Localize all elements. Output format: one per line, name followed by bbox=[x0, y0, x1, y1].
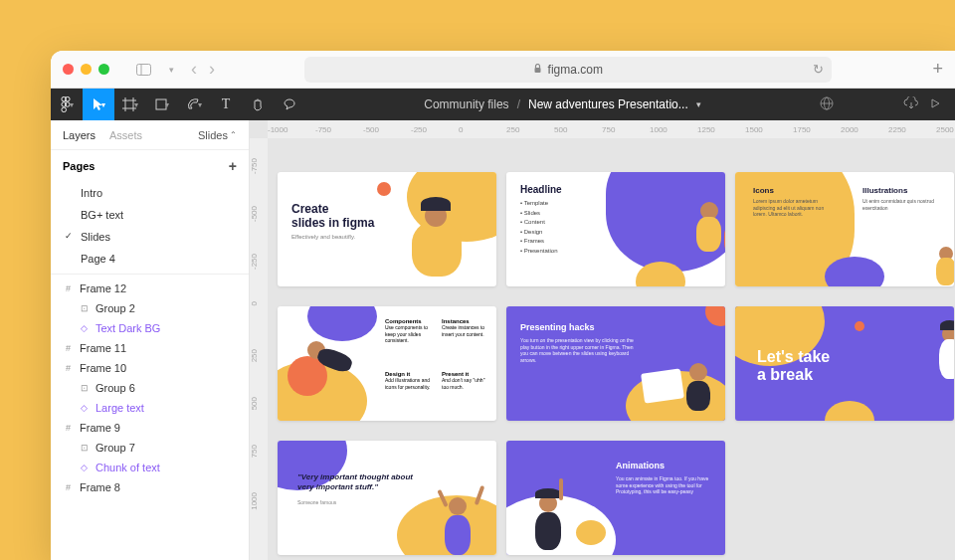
tab-slides[interactable]: Slides⌃ bbox=[198, 129, 237, 141]
frame-10[interactable]: Frame 10 Let's take a break bbox=[735, 306, 954, 421]
frame-tool[interactable]: ▾ bbox=[114, 89, 146, 120]
toolbar-right bbox=[820, 96, 955, 113]
svg-rect-0 bbox=[136, 64, 150, 75]
frame-icon: # bbox=[63, 423, 74, 434]
refresh-icon[interactable]: ↻ bbox=[813, 62, 824, 77]
page-item-bgtext[interactable]: BG+ text bbox=[51, 204, 249, 226]
component-icon: ◇ bbox=[79, 323, 90, 334]
move-tool[interactable]: ▾ bbox=[83, 89, 114, 120]
frame-icon: # bbox=[63, 363, 74, 374]
sidebar-toggle-icon[interactable] bbox=[135, 62, 151, 78]
page-item-page4[interactable]: Page 4 bbox=[51, 248, 249, 270]
sidebar-tabs: Layers Assets Slides⌃ bbox=[51, 120, 249, 150]
tool-group: ▾ ▾ ▾ ▾ ▾ T bbox=[51, 89, 305, 120]
new-tab-button[interactable]: + bbox=[932, 59, 943, 80]
pen-tool[interactable]: ▾ bbox=[178, 89, 210, 120]
minimize-window-button[interactable] bbox=[81, 64, 92, 75]
person-illustration bbox=[407, 197, 467, 277]
breadcrumb-root[interactable]: Community files bbox=[424, 97, 508, 111]
comment-tool[interactable] bbox=[274, 89, 305, 120]
browser-window: ▾ ‹ › figma.com ↻ + ▾ ▾ ▾ bbox=[51, 51, 955, 560]
slide-content: Let's take a break bbox=[735, 306, 954, 421]
layers-list: #Frame 12 ⊡Group 2 ◇Text Dark BG #Frame … bbox=[51, 279, 249, 497]
chevron-down-icon: ▾ bbox=[101, 100, 105, 109]
layers-sidebar: Layers Assets Slides⌃ Pages + Intro BG+ … bbox=[51, 120, 250, 560]
frame-icon: # bbox=[63, 482, 74, 493]
frame-12[interactable]: Frame 12 Animations You can animate in F… bbox=[506, 441, 725, 555]
cloud-download-icon[interactable] bbox=[903, 96, 919, 113]
rectangle-tool[interactable]: ▾ bbox=[146, 89, 178, 120]
component-icon: ◇ bbox=[79, 463, 90, 473]
window-controls bbox=[63, 64, 109, 75]
breadcrumb-separator: / bbox=[517, 97, 520, 111]
slide-content: Presenting hacks You turn on the present… bbox=[506, 306, 725, 421]
add-page-button[interactable]: + bbox=[229, 158, 237, 174]
layer-frame-12[interactable]: #Frame 12 bbox=[51, 279, 249, 298]
frame-7[interactable]: Frame 7 Components Use components to kee… bbox=[278, 306, 496, 421]
page-item-slides[interactable]: Slides bbox=[51, 226, 249, 248]
slide-content: "Very important thought about very impor… bbox=[278, 441, 496, 555]
browser-nav: ▾ ‹ › bbox=[135, 59, 215, 80]
figma-toolbar: ▾ ▾ ▾ ▾ ▾ T bbox=[51, 89, 955, 120]
slide-content: Components Use components to keep your s… bbox=[278, 306, 496, 421]
group-icon: ⊡ bbox=[79, 443, 90, 454]
lock-icon bbox=[533, 63, 542, 77]
tab-layers[interactable]: Layers bbox=[63, 129, 96, 141]
figma-body: Layers Assets Slides⌃ Pages + Intro BG+ … bbox=[51, 120, 955, 560]
figma-menu-button[interactable]: ▾ bbox=[51, 89, 83, 120]
layer-text-dark-bg[interactable]: ◇Text Dark BG bbox=[51, 318, 249, 338]
layer-frame-11[interactable]: #Frame 11 bbox=[51, 338, 249, 358]
layer-group-7[interactable]: ⊡Group 7 bbox=[51, 438, 249, 458]
group-icon: ⊡ bbox=[79, 383, 90, 394]
chevron-down-icon: ▾ bbox=[70, 100, 74, 109]
frame-9[interactable]: Frame 9 Presenting hacks You turn on the… bbox=[506, 306, 725, 421]
forward-button[interactable]: › bbox=[209, 59, 215, 80]
ruler-vertical: -750 -500 -250 0 250 500 750 1000 bbox=[250, 138, 268, 560]
pages-header: Pages + bbox=[51, 150, 249, 182]
svg-rect-2 bbox=[534, 68, 540, 73]
close-window-button[interactable] bbox=[63, 64, 74, 75]
layer-frame-9[interactable]: #Frame 9 bbox=[51, 418, 249, 438]
slide-content: Create slides in figma Effectively and b… bbox=[278, 172, 496, 286]
document-name[interactable]: New adventures Presentatio... bbox=[528, 97, 688, 111]
group-icon: ⊡ bbox=[79, 303, 90, 314]
pages-list: Intro BG+ text Slides Page 4 bbox=[51, 182, 249, 270]
page-item-intro[interactable]: Intro bbox=[51, 182, 249, 204]
maximize-window-button[interactable] bbox=[98, 64, 109, 75]
chevron-down-icon[interactable]: ▾ bbox=[163, 62, 179, 78]
tab-assets[interactable]: Assets bbox=[109, 129, 142, 141]
chevron-down-icon: ▾ bbox=[165, 100, 169, 109]
slide-content: Animations You can animate in Figma too.… bbox=[506, 441, 725, 555]
globe-icon[interactable] bbox=[820, 96, 834, 113]
layer-group-2[interactable]: ⊡Group 2 bbox=[51, 298, 249, 318]
play-icon[interactable] bbox=[929, 97, 941, 112]
frame-5[interactable]: Frame 5 Create slides in figma Effective… bbox=[278, 172, 496, 286]
layer-chunk-of-text[interactable]: ◇Chunk of text bbox=[51, 458, 249, 477]
back-button[interactable]: ‹ bbox=[191, 59, 197, 80]
slide-content: Headline Template Slides Content Design … bbox=[506, 172, 725, 286]
canvas-area[interactable]: -1000 -750 -500 -250 0 250 500 750 1000 … bbox=[250, 120, 955, 560]
layer-frame-8[interactable]: #Frame 8 bbox=[51, 477, 249, 497]
frame-icon: # bbox=[63, 343, 74, 354]
frame-icon: # bbox=[63, 283, 74, 294]
pages-label: Pages bbox=[63, 160, 95, 172]
hand-tool[interactable] bbox=[242, 89, 274, 120]
chevron-down-icon: ▾ bbox=[134, 100, 138, 109]
chevron-down-icon: ⌃ bbox=[230, 130, 237, 139]
layer-frame-10[interactable]: #Frame 10 bbox=[51, 358, 249, 378]
layer-large-text[interactable]: ◇Large text bbox=[51, 398, 249, 418]
browser-chrome: ▾ ‹ › figma.com ↻ + bbox=[51, 51, 955, 89]
chevron-down-icon[interactable]: ▾ bbox=[696, 99, 701, 109]
frame-8[interactable]: Frame 8 Icons Lorem ipsum dolor ametetum… bbox=[735, 172, 954, 286]
divider bbox=[51, 274, 249, 275]
chevron-down-icon: ▾ bbox=[198, 100, 202, 109]
url-bar[interactable]: figma.com ↻ bbox=[304, 57, 832, 83]
toolbar-center: Community files / New adventures Present… bbox=[305, 97, 820, 111]
svg-point-7 bbox=[62, 107, 67, 112]
ruler-horizontal: -1000 -750 -500 -250 0 250 500 750 1000 … bbox=[268, 120, 955, 138]
text-tool[interactable]: T bbox=[210, 89, 242, 120]
layer-group-6[interactable]: ⊡Group 6 bbox=[51, 378, 249, 398]
frame-6[interactable]: Frame 6 Headline Template Slides Content… bbox=[506, 172, 725, 286]
frame-11[interactable]: Frame 11 "Very important thought about v… bbox=[278, 441, 496, 555]
canvas-content: Frame 5 Create slides in figma Effective… bbox=[272, 142, 955, 560]
